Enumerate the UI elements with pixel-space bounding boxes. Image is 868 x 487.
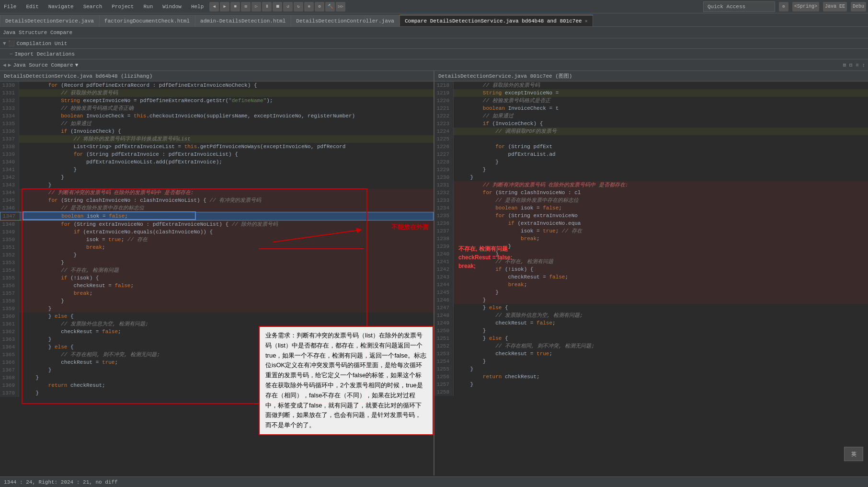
annotation-tooltip: 业务需求：判断有冲突的发票号码（list）在除外的发票号码（list）中是否都存… bbox=[259, 326, 434, 435]
tab-bar: DetailsDetectionService.java factoringDo… bbox=[0, 13, 868, 27]
table-row: 1218 // 获取除外的发票号码 bbox=[434, 81, 868, 89]
secondary-bar: Java Structure Compare bbox=[0, 27, 868, 38]
table-row: 1342 } bbox=[0, 174, 434, 181]
tb-icon-2[interactable]: ▶ bbox=[220, 2, 229, 12]
extra-icons: ⊞ ⊟ ≡ ↕ bbox=[843, 62, 865, 68]
arrow-right-icon: ▶ bbox=[8, 62, 11, 68]
tab-compare[interactable]: Compare DetailsDetectionService.java bd6… bbox=[400, 15, 593, 26]
table-row: 1258 bbox=[434, 388, 868, 396]
annotation-text: 业务需求：判断有冲突的发票号码（list）在除外的发票号码（list）中是否都存… bbox=[265, 332, 426, 429]
table-row: 1358 } bbox=[0, 297, 434, 305]
menu-bar: File Edit Navigate Search Project Run Wi… bbox=[2, 3, 206, 11]
compilation-bar: ▼ ⬛ Compilation Unit bbox=[0, 38, 868, 49]
table-row: 1234 boolean isok = false; bbox=[434, 204, 868, 212]
language-indicator[interactable]: 英 bbox=[844, 447, 863, 461]
tab-details-detection-service[interactable]: DetailsDetectionService.java bbox=[0, 15, 99, 26]
table-row: 1349 if (extraInvoiceNo.equals(clashInvo… bbox=[0, 228, 434, 236]
minus-icon: − bbox=[10, 51, 13, 57]
tb-icon-7[interactable]: ⏹ bbox=[273, 2, 282, 12]
left-pane-title: DetailsDetectionService.java bd64b48 (li… bbox=[4, 73, 152, 79]
table-row: 1255 } bbox=[434, 365, 868, 373]
table-row: 1334 boolean InvoiceCheck = this.checkou… bbox=[0, 112, 434, 120]
dropdown-arrow-icon[interactable]: ▼ bbox=[75, 62, 79, 68]
arrow-icon: ▼ bbox=[3, 41, 6, 46]
right-pane-header: DetailsDetectionService.java 801c7ee (图图… bbox=[434, 71, 868, 81]
right-pane: DetailsDetectionService.java 801c7ee (图图… bbox=[434, 71, 868, 475]
quick-access-input[interactable]: Quick Access bbox=[703, 1, 775, 12]
tab-label: DetailsDetectionService.java bbox=[5, 18, 94, 24]
tb-icon-8[interactable]: ↺ bbox=[283, 2, 293, 12]
table-row: 1222 // 如果通过 bbox=[434, 112, 868, 120]
table-row: 1335 // 如果通过 bbox=[0, 120, 434, 128]
table-row: 1340 pdfExtraInvoiceNoList.add(pdfExtraI… bbox=[0, 158, 434, 166]
right-code-area[interactable]: 1218 // 获取除外的发票号码 1219 String exceptInvo… bbox=[434, 81, 868, 475]
table-row: 1248 // 发票除外信息为空, 检测有问题; bbox=[434, 312, 868, 319]
tab-controller[interactable]: DetailsDetectionController.java bbox=[291, 15, 400, 26]
table-row: 1229 } bbox=[434, 166, 868, 174]
tb-icon-9[interactable]: ↻ bbox=[294, 2, 303, 12]
tb-spring-button[interactable]: <Spring> bbox=[792, 2, 819, 12]
table-row: 1225 bbox=[434, 135, 868, 143]
tb-icon-13[interactable]: ▷▷ bbox=[336, 2, 345, 12]
quick-access-label: Quick Access bbox=[708, 4, 745, 10]
arrow-left-icon: ◀ bbox=[3, 62, 6, 68]
table-row: 1355 if (!isok) { bbox=[0, 274, 434, 282]
right-annotation-text: 不存在, 检测有问题 checkResut = false; break; bbox=[458, 244, 512, 270]
import-label: Import Declarations bbox=[15, 51, 75, 57]
toolbar-right: Quick Access ⚙ <Spring> Java EE Debu bbox=[703, 1, 866, 12]
left-pane-header: DetailsDetectionService.java bd64b48 (li… bbox=[0, 71, 434, 81]
table-row: 1348 for (String extraInvoiceNo : pdfExt… bbox=[0, 220, 434, 228]
table-row: 1339 for (String pdfExtraInvoice : pdfEx… bbox=[0, 151, 434, 158]
menu-project[interactable]: Project bbox=[110, 3, 136, 11]
tb-icon-6[interactable]: ⏸ bbox=[262, 2, 272, 12]
menu-navigate[interactable]: Navigate bbox=[46, 3, 76, 11]
table-row: 1246 } bbox=[434, 296, 868, 304]
cube-icon: ⬛ bbox=[8, 40, 15, 46]
table-row: 1347 boolean isok = false; bbox=[0, 212, 434, 220]
toolbar: File Edit Navigate Search Project Run Wi… bbox=[0, 0, 868, 13]
menu-run[interactable]: Run bbox=[141, 3, 155, 11]
tb-icon-10[interactable]: ⊕ bbox=[304, 2, 314, 12]
table-row: 1245 } bbox=[434, 289, 868, 296]
menu-edit[interactable]: Edit bbox=[24, 3, 40, 11]
menu-window[interactable]: Window bbox=[160, 3, 183, 11]
table-row: 1231 // 判断有冲突的发票号码 在除外的发票号码中 是否都存在: bbox=[434, 181, 868, 189]
tb-icon-1[interactable]: ◀ bbox=[209, 2, 219, 12]
tb-debug-button[interactable]: Debu bbox=[851, 2, 866, 12]
tb-icon-3[interactable]: ■ bbox=[230, 2, 240, 12]
tb-icon-settings[interactable]: ⚙ bbox=[779, 2, 788, 12]
table-row: 1232 for (String clashInvoiceNo : cl bbox=[434, 189, 868, 197]
tab-label: DetailsDetectionController.java bbox=[296, 18, 394, 24]
table-row: 1237 isok = true; // 存在 bbox=[434, 227, 868, 235]
table-row: 1360 } else { bbox=[0, 313, 434, 320]
table-row: 1253 checkResut = true; bbox=[434, 350, 868, 358]
java-source-label: Java Source Compare bbox=[13, 62, 73, 68]
table-row: 1230 } bbox=[434, 174, 868, 181]
table-row: 1336 if (InvoiceCheck) { bbox=[0, 128, 434, 135]
tertiary-bar: ◀ ▶ Java Source Compare ▼ ⊞ ⊟ ≡ ↕ bbox=[0, 59, 868, 71]
tb-icon-4[interactable]: ⊞ bbox=[241, 2, 251, 12]
table-row: 1252 // 不存在相同, 则不冲突, 检测无问题; bbox=[434, 342, 868, 350]
tb-icon-5[interactable]: ▷ bbox=[251, 2, 261, 12]
left-pane: DetailsDetectionService.java bd64b48 (li… bbox=[0, 71, 434, 475]
table-row: 1220 // 校验发票号码格式是否正 bbox=[434, 97, 868, 104]
table-row: 1338 List<String> pdfExtraInvoiceList = … bbox=[0, 143, 434, 151]
menu-help[interactable]: Help bbox=[189, 3, 206, 11]
left-code-area[interactable]: 1330 for (Record pdfDefineExtraRecord : … bbox=[0, 81, 434, 475]
arrow-h-line bbox=[259, 248, 364, 249]
tab-close-icon[interactable]: ✕ bbox=[585, 18, 588, 24]
table-row: 1341 } bbox=[0, 166, 434, 174]
menu-file[interactable]: File bbox=[2, 3, 18, 11]
table-row: 1356 checkResut = false; bbox=[0, 282, 434, 290]
table-row: 1351 break; bbox=[0, 244, 434, 251]
table-row: 1227 pdfExtraList.ad bbox=[434, 151, 868, 158]
tb-javaee-button[interactable]: Java EE bbox=[823, 2, 847, 12]
tb-icon-11[interactable]: ⚙ bbox=[315, 2, 324, 12]
table-row: 1353 } bbox=[0, 259, 434, 267]
tb-icon-12[interactable]: 🔨 bbox=[325, 2, 335, 12]
tab-admin-details[interactable]: admin-DetailsDetection.html bbox=[195, 15, 291, 26]
table-row: 1224 // 调用获取PDF的发票号 bbox=[434, 128, 868, 135]
table-row: 1337 // 将除外的发票号码字符串转换成发票号码List bbox=[0, 135, 434, 143]
tab-factoring-check[interactable]: factoringDocumentCheck.html bbox=[99, 15, 195, 26]
menu-search[interactable]: Search bbox=[81, 3, 104, 11]
